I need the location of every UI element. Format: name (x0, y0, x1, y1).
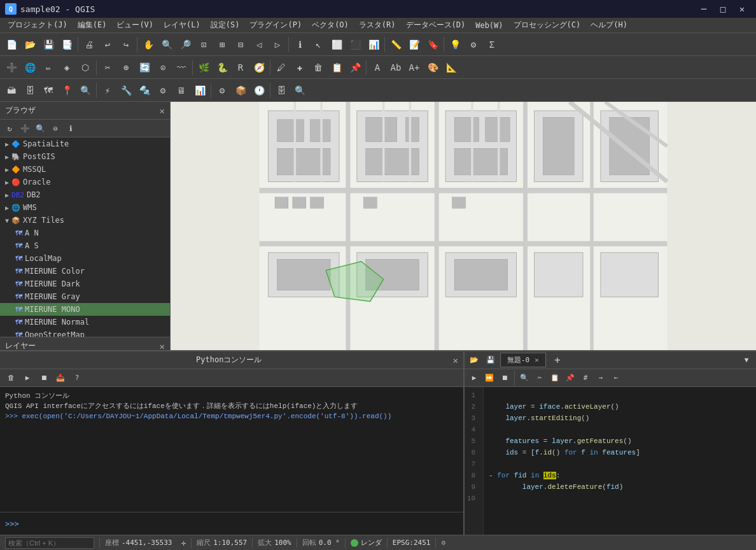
copy-code-button[interactable]: 📋 (548, 371, 562, 385)
browser-info-button[interactable]: ℹ (64, 122, 78, 136)
open-project-button[interactable]: 📂 (21, 36, 39, 53)
db2-button[interactable]: 🗄 (272, 81, 290, 99)
new-project-button[interactable]: 📄 (3, 36, 20, 53)
identify-button[interactable]: ℹ (291, 36, 309, 53)
layer-panel-close-icon[interactable]: ✕ (160, 341, 165, 351)
tab-close-icon[interactable]: ✕ (535, 356, 539, 364)
plugin5-button[interactable]: 🖥 (172, 81, 190, 99)
draw-button[interactable]: 🖊 (272, 59, 290, 76)
plugin1-button[interactable]: ⚡ (99, 81, 116, 99)
save-as-button[interactable]: 📑 (58, 36, 76, 53)
select-rect-button[interactable]: ⬜ (328, 36, 346, 53)
dedent-button[interactable]: ← (609, 371, 623, 385)
merge-button[interactable]: ⊕ (117, 59, 135, 76)
browser-item-mierune-dark[interactable]: 🗺 MIERUNE Dark (0, 278, 170, 290)
settings-button[interactable]: ⚙ (465, 36, 482, 53)
python-import-button[interactable]: 📥 (53, 371, 67, 385)
db-button[interactable]: 🗄 (21, 81, 39, 99)
menu-item--------j-[interactable]: プロジェクト(J) (3, 18, 73, 32)
plugin4-button[interactable]: ⚙ (154, 81, 172, 99)
location-button[interactable]: 📍 (58, 81, 76, 99)
code-save-button[interactable]: 💾 (484, 353, 498, 367)
add-layer-button[interactable]: ➕ (3, 59, 20, 76)
browser-item-mierune-normal[interactable]: 🗺 MIERUNE Normal (0, 316, 170, 328)
digitize-button[interactable]: ✏ (39, 59, 57, 76)
browser-item-mssql[interactable]: ▶ 🔶 MSSQL (0, 163, 170, 176)
browser-item-as[interactable]: 🗺 A S (0, 239, 170, 252)
search-input[interactable] (5, 537, 94, 549)
undo-button[interactable]: ↩ (99, 36, 116, 53)
python-clear-button[interactable]: 🗑 (4, 371, 18, 385)
map-canvas[interactable] (171, 102, 756, 350)
maximize-button[interactable]: □ (714, 2, 732, 16)
label-button[interactable]: A (368, 59, 386, 76)
menu-item----s-[interactable]: 設定(S) (206, 18, 245, 32)
simplify-button[interactable]: 〰 (172, 59, 190, 76)
paste-code-button[interactable]: 📌 (563, 371, 577, 385)
buffer-button[interactable]: ⊙ (154, 59, 172, 76)
search-code-button[interactable]: 🔍 (517, 371, 531, 385)
add-feature-button[interactable]: ⬡ (76, 59, 94, 76)
python-button[interactable]: 🐍 (213, 59, 231, 76)
python-console-close-icon[interactable]: ✕ (453, 355, 458, 365)
browser-item-mierune-color[interactable]: 🗺 MIERUNE Color (0, 265, 170, 278)
browser-item-xyz-tiles[interactable]: ▼ 📦 XYZ Tiles (0, 214, 170, 227)
plugin6-button[interactable]: 📊 (191, 81, 209, 99)
browser-item-openstreetmap[interactable]: 🗺 OpenStreetMap (0, 328, 170, 337)
plugin3-button[interactable]: 🔩 (136, 81, 153, 99)
copy-attr-button[interactable]: 📋 (328, 59, 346, 76)
deselect-button[interactable]: ⬛ (346, 36, 364, 53)
plugin2-button[interactable]: 🔧 (117, 81, 135, 99)
style-button[interactable]: 🎨 (424, 59, 442, 76)
run-selection-button[interactable]: ⏩ (482, 371, 496, 385)
sum-button[interactable]: Σ (483, 36, 501, 53)
zoom-prev-button[interactable]: ◁ (250, 36, 268, 53)
annotation-button[interactable]: 📝 (405, 36, 423, 53)
menu-item-web-w-[interactable]: Web(W) (470, 20, 508, 31)
menu-item-----o-[interactable]: ベクタ(O) (307, 18, 354, 32)
settings-icon[interactable]: ⚙ (441, 539, 445, 547)
delete-button[interactable]: 🗑 (309, 59, 327, 76)
map-button[interactable]: 🗺 (39, 81, 57, 99)
tip-button[interactable]: 💡 (446, 36, 464, 53)
browser-item-postgis[interactable]: ▶ 🐘 PostGIS (0, 150, 170, 163)
code-more-button[interactable]: ▼ (739, 353, 753, 367)
browser-item-mierune-mono[interactable]: 🗺 MIERUNE MONO (0, 303, 170, 316)
move-button[interactable]: ✚ (291, 59, 309, 76)
menu-item-----r-[interactable]: ラスタ(R) (354, 18, 401, 32)
history-button[interactable]: 🕐 (250, 81, 268, 99)
menu-item---------c-[interactable]: プロセッシング(C) (508, 18, 586, 32)
raster-button[interactable]: 🏔 (3, 81, 20, 99)
zoom-selection-button[interactable]: ⊟ (232, 36, 249, 53)
query-button[interactable]: 🔍 (291, 81, 309, 99)
code-open-button[interactable]: 📂 (467, 353, 481, 367)
browser-collapse-button[interactable]: ⊖ (48, 122, 62, 136)
minimize-button[interactable]: ─ (695, 2, 713, 16)
menu-item-----v-[interactable]: ビュー(V) (111, 18, 158, 32)
close-button[interactable]: ✕ (733, 2, 751, 16)
browser-add-button[interactable]: ➕ (18, 122, 32, 136)
r-button[interactable]: R (232, 59, 249, 76)
rotate-button[interactable]: 🔄 (136, 59, 153, 76)
new-tab-button[interactable]: + (549, 351, 566, 369)
save-project-button[interactable]: 💾 (39, 36, 57, 53)
python-stop-button[interactable]: ⏹ (37, 371, 51, 385)
zoom-layer-button[interactable]: ⊞ (213, 36, 231, 53)
python-input-field[interactable] (23, 520, 458, 528)
print-button[interactable]: 🖨 (80, 36, 98, 53)
browser-item-db2[interactable]: ▶ DB2 DB2 (0, 188, 170, 201)
run-script-button[interactable]: ▶ (467, 371, 481, 385)
add-wms-button[interactable]: 🌐 (21, 59, 39, 76)
browser-item-mierune-gray[interactable]: 🗺 MIERUNE Gray (0, 290, 170, 303)
browser-refresh-button[interactable]: ↻ (3, 122, 17, 136)
zoom-next-button[interactable]: ▷ (269, 36, 286, 53)
pan-button[interactable]: ✋ (139, 36, 157, 53)
menu-item--------d-[interactable]: データベース(D) (401, 18, 471, 32)
label3-button[interactable]: A+ (405, 59, 423, 76)
compass-button[interactable]: 🧭 (250, 59, 268, 76)
browser-item-oracle[interactable]: ▶ 🔴 Oracle (0, 176, 170, 188)
zoom-in-button[interactable]: 🔍 (158, 36, 176, 53)
model-button[interactable]: 📦 (232, 81, 249, 99)
stop-script-button[interactable]: ⏹ (498, 371, 512, 385)
comment-button[interactable]: # (578, 371, 592, 385)
